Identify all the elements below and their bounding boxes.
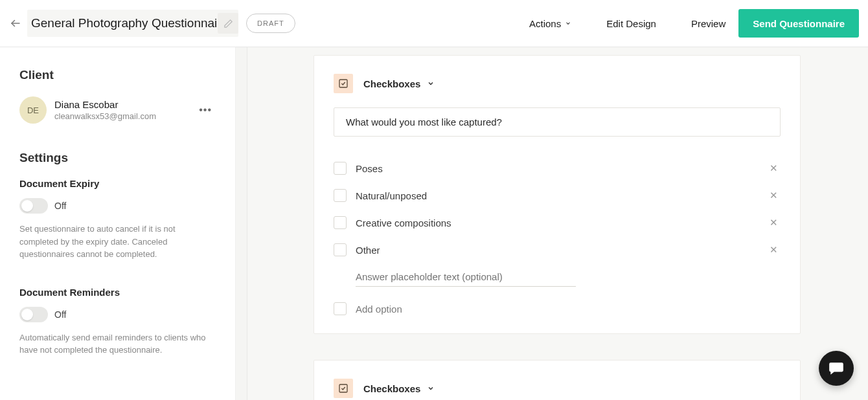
option-row: Creative compositions ✕ — [334, 209, 781, 236]
document-reminders-description: Automatically send email reminders to cl… — [19, 331, 216, 357]
add-option-row[interactable]: Add option — [334, 293, 781, 315]
checkbox-type-icon — [334, 74, 353, 93]
other-placeholder-input[interactable] — [356, 267, 576, 287]
question-block[interactable]: Checkboxes — [314, 360, 801, 400]
question-type-label: Checkboxes — [363, 78, 420, 89]
document-expiry-toggle[interactable] — [19, 198, 48, 214]
add-option-label: Add option — [356, 304, 402, 315]
checkbox-type-icon — [334, 379, 353, 398]
edit-design-button[interactable]: Edit Design — [606, 18, 656, 29]
document-reminders-title: Document Reminders — [19, 287, 216, 298]
remove-option-icon[interactable]: ✕ — [767, 187, 781, 204]
chevron-down-icon — [565, 20, 571, 27]
actions-dropdown[interactable]: Actions — [529, 18, 571, 29]
option-row: Poses ✕ — [334, 155, 781, 182]
settings-heading: Settings — [19, 151, 216, 165]
document-reminders-state: Off — [54, 309, 66, 320]
canvas: Checkboxes Poses ✕ Natural/unposed ✕ Cr — [247, 47, 868, 400]
send-questionnaire-button[interactable]: Send Questionnaire — [738, 9, 859, 38]
question-text-input[interactable] — [334, 107, 781, 137]
remove-option-icon[interactable]: ✕ — [767, 214, 781, 231]
option-label[interactable]: Natural/unposed — [356, 190, 767, 201]
option-label[interactable]: Creative compositions — [356, 217, 767, 228]
option-checkbox[interactable] — [334, 243, 347, 256]
svg-rect-1 — [339, 80, 347, 87]
chevron-down-icon — [427, 80, 435, 87]
option-checkbox[interactable] — [334, 189, 347, 202]
document-expiry-title: Document Expiry — [19, 178, 216, 189]
option-label[interactable]: Other — [356, 245, 767, 256]
chat-help-button[interactable] — [819, 351, 854, 386]
client-more-icon[interactable]: ••• — [195, 100, 216, 120]
client-email: cleanwalksx53@gmail.com — [54, 111, 156, 121]
status-badge: DRAFT — [246, 14, 295, 33]
title-container — [27, 10, 238, 37]
chevron-down-icon — [427, 384, 435, 392]
remove-option-icon[interactable]: ✕ — [767, 160, 781, 177]
topbar: DRAFT Actions Edit Design Preview Send Q… — [0, 0, 868, 47]
edit-title-icon[interactable] — [218, 13, 238, 34]
client-name: Diana Escobar — [54, 99, 156, 110]
sidebar: Client DE Diana Escobar cleanwalksx53@gm… — [0, 47, 236, 400]
document-expiry-description: Set questionnaire to auto cancel if it i… — [19, 223, 216, 261]
body: Client DE Diana Escobar cleanwalksx53@gm… — [0, 47, 868, 400]
document-reminders-block: Document Reminders Off Automatically sen… — [19, 287, 216, 357]
avatar: DE — [19, 96, 47, 124]
option-checkbox[interactable] — [334, 216, 347, 229]
document-reminders-toggle[interactable] — [19, 307, 48, 322]
client-info: Diana Escobar cleanwalksx53@gmail.com — [54, 99, 156, 121]
document-expiry-block: Document Expiry Off Set questionnaire to… — [19, 178, 216, 261]
remove-option-icon[interactable]: ✕ — [767, 241, 781, 258]
question-type-dropdown[interactable]: Checkboxes — [363, 383, 435, 394]
option-row: Natural/unposed ✕ — [334, 182, 781, 209]
question-type-dropdown[interactable]: Checkboxes — [363, 78, 435, 89]
svg-rect-2 — [339, 384, 347, 392]
option-checkbox[interactable] — [334, 162, 347, 175]
question-type-label: Checkboxes — [363, 383, 420, 394]
question-block[interactable]: Checkboxes Poses ✕ Natural/unposed ✕ Cr — [314, 55, 801, 334]
gutter — [236, 47, 247, 400]
client-row: DE Diana Escobar cleanwalksx53@gmail.com… — [19, 96, 216, 124]
option-row: Other ✕ — [334, 236, 781, 263]
preview-button[interactable]: Preview — [691, 18, 725, 29]
actions-label: Actions — [529, 18, 561, 29]
back-arrow-icon[interactable] — [8, 16, 23, 31]
option-label[interactable]: Poses — [356, 163, 767, 174]
document-title-input[interactable] — [31, 12, 218, 34]
option-checkbox — [334, 302, 347, 315]
document-expiry-state: Off — [54, 201, 66, 211]
client-heading: Client — [19, 68, 216, 82]
